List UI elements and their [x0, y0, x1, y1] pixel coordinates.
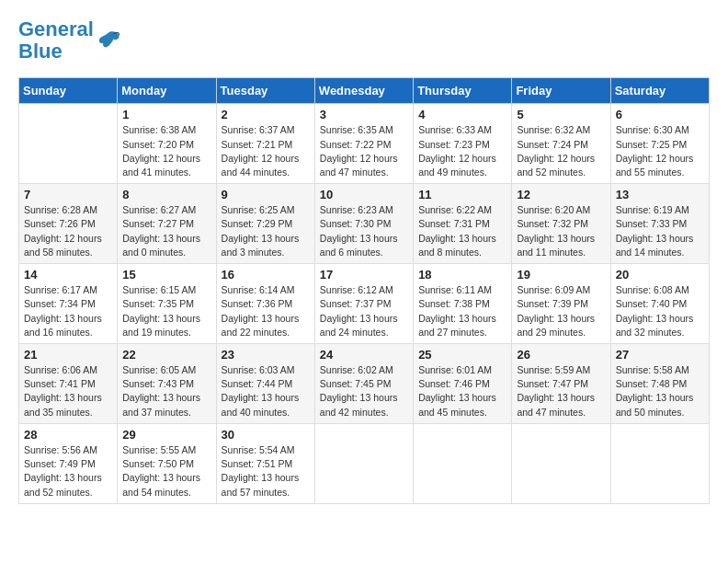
day-info: Sunrise: 6:28 AMSunset: 7:26 PMDaylight:… [24, 203, 112, 259]
day-cell: 17Sunrise: 6:12 AMSunset: 7:37 PMDayligh… [314, 264, 413, 344]
week-row-1: 1Sunrise: 6:38 AMSunset: 7:20 PMDaylight… [19, 104, 710, 184]
day-info: Sunrise: 6:14 AMSunset: 7:36 PMDaylight:… [222, 283, 310, 339]
day-cell: 24Sunrise: 6:02 AMSunset: 7:45 PMDayligh… [314, 344, 413, 424]
day-cell: 27Sunrise: 5:58 AMSunset: 7:48 PMDayligh… [610, 344, 709, 424]
day-cell: 21Sunrise: 6:06 AMSunset: 7:41 PMDayligh… [19, 344, 118, 424]
logo-bird-icon [96, 28, 121, 53]
day-info: Sunrise: 6:37 AMSunset: 7:21 PMDaylight:… [222, 123, 310, 179]
day-info: Sunrise: 6:25 AMSunset: 7:29 PMDaylight:… [222, 203, 310, 259]
day-cell: 2Sunrise: 6:37 AMSunset: 7:21 PMDaylight… [216, 104, 314, 184]
day-number: 21 [24, 348, 112, 362]
day-info: Sunrise: 6:19 AMSunset: 7:33 PMDaylight:… [616, 203, 704, 259]
day-number: 7 [24, 188, 112, 201]
day-number: 17 [320, 268, 408, 282]
header-friday: Friday [512, 78, 610, 104]
day-number: 28 [24, 428, 112, 442]
day-cell [19, 104, 118, 184]
day-number: 4 [418, 108, 506, 121]
day-cell: 10Sunrise: 6:23 AMSunset: 7:30 PMDayligh… [314, 184, 413, 264]
day-info: Sunrise: 6:09 AMSunset: 7:39 PMDaylight:… [517, 283, 605, 339]
header-tuesday: Tuesday [216, 78, 314, 104]
day-cell: 7Sunrise: 6:28 AMSunset: 7:26 PMDaylight… [19, 184, 118, 264]
day-cell: 11Sunrise: 6:22 AMSunset: 7:31 PMDayligh… [414, 184, 512, 264]
day-number: 9 [222, 188, 310, 201]
day-cell: 25Sunrise: 6:01 AMSunset: 7:46 PMDayligh… [414, 344, 512, 424]
day-number: 26 [517, 348, 605, 362]
header-thursday: Thursday [414, 78, 512, 104]
day-number: 11 [418, 188, 506, 201]
header-wednesday: Wednesday [314, 78, 413, 104]
day-number: 25 [418, 348, 506, 362]
day-info: Sunrise: 6:30 AMSunset: 7:25 PMDaylight:… [616, 123, 704, 179]
day-cell: 28Sunrise: 5:56 AMSunset: 7:49 PMDayligh… [19, 423, 118, 503]
day-info: Sunrise: 5:58 AMSunset: 7:48 PMDaylight:… [616, 363, 704, 419]
day-cell: 26Sunrise: 5:59 AMSunset: 7:47 PMDayligh… [512, 344, 610, 424]
day-cell: 30Sunrise: 5:54 AMSunset: 7:51 PMDayligh… [216, 423, 314, 503]
day-cell: 22Sunrise: 6:05 AMSunset: 7:43 PMDayligh… [118, 344, 216, 424]
day-cell: 13Sunrise: 6:19 AMSunset: 7:33 PMDayligh… [610, 184, 709, 264]
day-info: Sunrise: 6:02 AMSunset: 7:45 PMDaylight:… [320, 363, 408, 419]
day-info: Sunrise: 6:12 AMSunset: 7:37 PMDaylight:… [320, 283, 408, 339]
calendar-table: SundayMondayTuesdayWednesdayThursdayFrid… [18, 77, 710, 503]
day-cell: 15Sunrise: 6:15 AMSunset: 7:35 PMDayligh… [118, 264, 216, 344]
logo: General Blue [18, 18, 121, 63]
day-cell: 9Sunrise: 6:25 AMSunset: 7:29 PMDaylight… [216, 184, 314, 264]
day-info: Sunrise: 6:08 AMSunset: 7:40 PMDaylight:… [616, 283, 704, 339]
day-info: Sunrise: 6:27 AMSunset: 7:27 PMDaylight:… [122, 203, 210, 259]
header-monday: Monday [118, 78, 216, 104]
day-info: Sunrise: 6:17 AMSunset: 7:34 PMDaylight:… [24, 283, 112, 339]
day-cell: 12Sunrise: 6:20 AMSunset: 7:32 PMDayligh… [512, 184, 610, 264]
calendar-header-row: SundayMondayTuesdayWednesdayThursdayFrid… [19, 78, 710, 104]
day-cell [610, 423, 709, 503]
day-number: 8 [122, 188, 210, 201]
day-number: 20 [616, 268, 704, 282]
day-info: Sunrise: 5:59 AMSunset: 7:47 PMDaylight:… [517, 363, 605, 419]
day-info: Sunrise: 6:01 AMSunset: 7:46 PMDaylight:… [418, 363, 506, 419]
day-number: 2 [222, 108, 310, 121]
day-cell: 8Sunrise: 6:27 AMSunset: 7:27 PMDaylight… [118, 184, 216, 264]
day-cell: 4Sunrise: 6:33 AMSunset: 7:23 PMDaylight… [414, 104, 512, 184]
day-info: Sunrise: 6:20 AMSunset: 7:32 PMDaylight:… [517, 203, 605, 259]
day-number: 6 [616, 108, 704, 121]
week-row-5: 28Sunrise: 5:56 AMSunset: 7:49 PMDayligh… [19, 423, 710, 503]
day-number: 14 [24, 268, 112, 282]
day-number: 1 [122, 108, 210, 121]
day-cell: 20Sunrise: 6:08 AMSunset: 7:40 PMDayligh… [610, 264, 709, 344]
day-info: Sunrise: 6:38 AMSunset: 7:20 PMDaylight:… [122, 123, 210, 179]
day-cell: 14Sunrise: 6:17 AMSunset: 7:34 PMDayligh… [19, 264, 118, 344]
day-cell: 3Sunrise: 6:35 AMSunset: 7:22 PMDaylight… [314, 104, 413, 184]
day-cell: 29Sunrise: 5:55 AMSunset: 7:50 PMDayligh… [118, 423, 216, 503]
day-cell [512, 423, 610, 503]
day-info: Sunrise: 5:54 AMSunset: 7:51 PMDaylight:… [222, 443, 310, 500]
day-number: 13 [616, 188, 704, 201]
day-number: 15 [122, 268, 210, 282]
day-cell [314, 423, 413, 503]
page-header: General Blue [18, 18, 710, 63]
week-row-4: 21Sunrise: 6:06 AMSunset: 7:41 PMDayligh… [19, 344, 710, 424]
day-cell: 1Sunrise: 6:38 AMSunset: 7:20 PMDaylight… [118, 104, 216, 184]
day-info: Sunrise: 6:11 AMSunset: 7:38 PMDaylight:… [418, 283, 506, 339]
day-cell: 19Sunrise: 6:09 AMSunset: 7:39 PMDayligh… [512, 264, 610, 344]
day-info: Sunrise: 6:05 AMSunset: 7:43 PMDaylight:… [122, 363, 210, 419]
day-cell [414, 423, 512, 503]
day-info: Sunrise: 6:35 AMSunset: 7:22 PMDaylight:… [320, 123, 408, 179]
week-row-3: 14Sunrise: 6:17 AMSunset: 7:34 PMDayligh… [19, 264, 710, 344]
day-number: 16 [222, 268, 310, 282]
day-number: 23 [222, 348, 310, 362]
day-info: Sunrise: 6:32 AMSunset: 7:24 PMDaylight:… [517, 123, 605, 179]
day-cell: 23Sunrise: 6:03 AMSunset: 7:44 PMDayligh… [216, 344, 314, 424]
day-number: 3 [320, 108, 408, 121]
header-saturday: Saturday [610, 78, 709, 104]
day-info: Sunrise: 6:33 AMSunset: 7:23 PMDaylight:… [418, 123, 506, 179]
day-cell: 5Sunrise: 6:32 AMSunset: 7:24 PMDaylight… [512, 104, 610, 184]
day-cell: 18Sunrise: 6:11 AMSunset: 7:38 PMDayligh… [414, 264, 512, 344]
day-number: 27 [616, 348, 704, 362]
day-number: 22 [122, 348, 210, 362]
logo-text: General Blue [18, 18, 94, 63]
week-row-2: 7Sunrise: 6:28 AMSunset: 7:26 PMDaylight… [19, 184, 710, 264]
day-number: 24 [320, 348, 408, 362]
day-number: 30 [222, 428, 310, 442]
day-number: 29 [122, 428, 210, 442]
day-number: 12 [517, 188, 605, 201]
day-info: Sunrise: 6:15 AMSunset: 7:35 PMDaylight:… [122, 283, 210, 339]
